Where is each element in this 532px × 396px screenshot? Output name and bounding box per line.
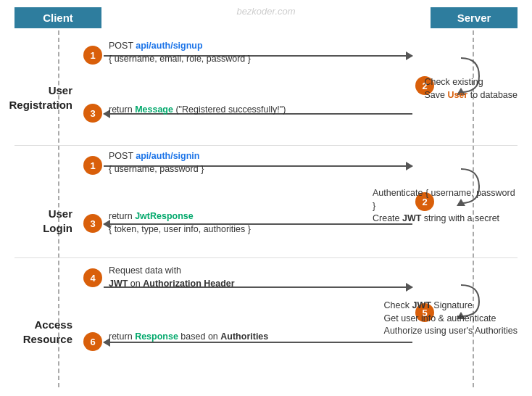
step-circle-4: 4 <box>83 268 102 287</box>
step-circle-1a: 1 <box>83 46 102 65</box>
step-circle-3b: 3 <box>83 214 102 233</box>
section-label-access: AccessResource <box>0 318 80 346</box>
section-label-registration: UserRegistration <box>0 83 80 112</box>
header-server: Server <box>431 7 518 28</box>
step-circle-1b: 1 <box>83 156 102 175</box>
diagram-container: bezkoder.com Client Server UserRegistrat… <box>0 0 532 396</box>
label-access-4: Request data with JWT on Authorization H… <box>109 265 235 290</box>
section-label-login: UserLogin <box>0 207 80 235</box>
arrowhead-reg-1 <box>406 51 413 60</box>
label-reg-3: return Message ("Registered successfully… <box>109 104 286 117</box>
step-circle-6: 6 <box>83 332 102 351</box>
label-login-2: Authenticate { username, password }Creat… <box>373 187 518 226</box>
label-access-6: return Response based on Authorities <box>109 331 268 344</box>
label-reg-2: Check existingSave User to database <box>424 76 518 102</box>
label-access-5: Check JWT Signature Get user info & auth… <box>384 300 518 338</box>
label-reg-1: POST api/auth/signup { username, email, … <box>109 40 251 65</box>
watermark: bezkoder.com <box>236 6 295 17</box>
separator-2 <box>14 257 518 258</box>
label-login-3: return JwtResponse { token, type, user i… <box>109 210 251 236</box>
step-circle-3a: 3 <box>83 104 102 123</box>
arrowhead-access-4 <box>406 283 413 292</box>
label-login-1: POST api/auth/signin { username, passwor… <box>109 150 204 176</box>
separator-1 <box>14 145 518 146</box>
header-client: Client <box>14 7 101 28</box>
arrowhead-login-1 <box>406 162 413 170</box>
